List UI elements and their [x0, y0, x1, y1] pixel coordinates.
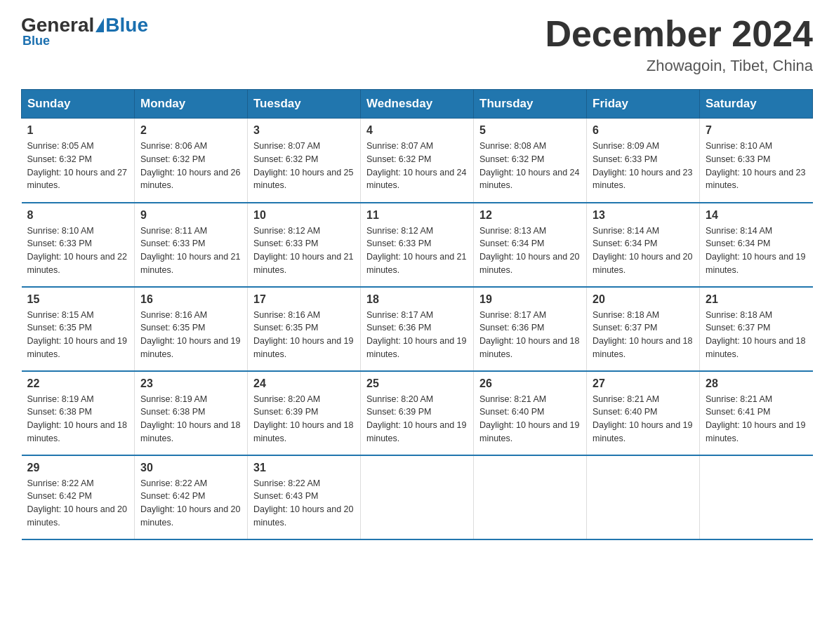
- table-row: 30 Sunrise: 8:22 AM Sunset: 6:42 PM Dayl…: [135, 455, 248, 539]
- day-number: 23: [140, 377, 241, 390]
- day-info: Sunrise: 8:11 AM Sunset: 6:33 PM Dayligh…: [140, 224, 241, 277]
- daylight-label: Daylight: 10 hours and 18 minutes.: [706, 336, 805, 359]
- day-info: Sunrise: 8:22 AM Sunset: 6:42 PM Dayligh…: [140, 477, 241, 530]
- table-row: 5 Sunrise: 8:08 AM Sunset: 6:32 PM Dayli…: [474, 119, 587, 203]
- day-info: Sunrise: 8:08 AM Sunset: 6:32 PM Dayligh…: [479, 140, 581, 192]
- table-row: 18 Sunrise: 8:17 AM Sunset: 6:36 PM Dayl…: [361, 287, 474, 371]
- sunrise-label: Sunrise: 8:05 AM: [27, 141, 94, 151]
- col-friday: Friday: [587, 90, 700, 119]
- table-row: 11 Sunrise: 8:12 AM Sunset: 6:33 PM Dayl…: [361, 203, 474, 287]
- table-row: 27 Sunrise: 8:21 AM Sunset: 6:40 PM Dayl…: [587, 371, 700, 455]
- day-number: 5: [479, 124, 581, 137]
- col-thursday: Thursday: [474, 90, 587, 119]
- day-number: 15: [27, 293, 129, 306]
- calendar-week-row: 15 Sunrise: 8:15 AM Sunset: 6:35 PM Dayl…: [22, 287, 813, 371]
- day-number: 9: [140, 209, 241, 222]
- sunset-label: Sunset: 6:37 PM: [706, 323, 770, 333]
- day-number: 26: [479, 377, 581, 390]
- day-number: 1: [27, 124, 129, 137]
- table-row: 13 Sunrise: 8:14 AM Sunset: 6:34 PM Dayl…: [587, 203, 700, 287]
- day-info: Sunrise: 8:20 AM Sunset: 6:39 PM Dayligh…: [253, 393, 355, 445]
- day-info: Sunrise: 8:09 AM Sunset: 6:33 PM Dayligh…: [593, 140, 694, 192]
- day-number: 11: [366, 209, 468, 222]
- day-info: Sunrise: 8:14 AM Sunset: 6:34 PM Dayligh…: [706, 224, 807, 277]
- day-info: Sunrise: 8:16 AM Sunset: 6:35 PM Dayligh…: [140, 309, 241, 361]
- table-row: 7 Sunrise: 8:10 AM Sunset: 6:33 PM Dayli…: [700, 119, 813, 203]
- day-number: 20: [593, 293, 694, 306]
- table-row: 2 Sunrise: 8:06 AM Sunset: 6:32 PM Dayli…: [135, 119, 248, 203]
- sunrise-label: Sunrise: 8:07 AM: [366, 141, 433, 151]
- sunset-label: Sunset: 6:32 PM: [253, 154, 318, 164]
- day-number: 21: [706, 293, 807, 306]
- sunset-label: Sunset: 6:33 PM: [27, 239, 92, 248]
- daylight-label: Daylight: 10 hours and 19 minutes.: [706, 420, 805, 443]
- col-saturday: Saturday: [700, 90, 813, 119]
- daylight-label: Daylight: 10 hours and 23 minutes.: [706, 168, 805, 191]
- day-number: 6: [593, 124, 694, 137]
- day-info: Sunrise: 8:14 AM Sunset: 6:34 PM Dayligh…: [593, 224, 694, 277]
- sunrise-label: Sunrise: 8:11 AM: [140, 226, 207, 236]
- day-number: 14: [706, 209, 807, 222]
- table-row: 17 Sunrise: 8:16 AM Sunset: 6:35 PM Dayl…: [248, 287, 361, 371]
- day-number: 25: [366, 377, 468, 390]
- day-number: 12: [479, 209, 581, 222]
- day-info: Sunrise: 8:17 AM Sunset: 6:36 PM Dayligh…: [366, 309, 468, 361]
- logo-triangle-icon: [95, 18, 104, 32]
- day-info: Sunrise: 8:21 AM Sunset: 6:41 PM Dayligh…: [706, 393, 807, 445]
- table-row: 22 Sunrise: 8:19 AM Sunset: 6:38 PM Dayl…: [22, 371, 135, 455]
- sunset-label: Sunset: 6:39 PM: [253, 407, 318, 417]
- table-row: 29 Sunrise: 8:22 AM Sunset: 6:42 PM Dayl…: [22, 455, 135, 539]
- day-info: Sunrise: 8:16 AM Sunset: 6:35 PM Dayligh…: [253, 309, 355, 361]
- sunset-label: Sunset: 6:42 PM: [140, 491, 205, 501]
- table-row: 3 Sunrise: 8:07 AM Sunset: 6:32 PM Dayli…: [248, 119, 361, 203]
- daylight-label: Daylight: 10 hours and 19 minutes.: [140, 336, 240, 359]
- day-info: Sunrise: 8:05 AM Sunset: 6:32 PM Dayligh…: [27, 140, 129, 192]
- table-row: 21 Sunrise: 8:18 AM Sunset: 6:37 PM Dayl…: [700, 287, 813, 371]
- table-row: 28 Sunrise: 8:21 AM Sunset: 6:41 PM Dayl…: [700, 371, 813, 455]
- sunrise-label: Sunrise: 8:13 AM: [479, 226, 546, 236]
- table-row: 9 Sunrise: 8:11 AM Sunset: 6:33 PM Dayli…: [135, 203, 248, 287]
- col-wednesday: Wednesday: [361, 90, 474, 119]
- daylight-label: Daylight: 10 hours and 20 minutes.: [253, 504, 353, 528]
- table-row: [361, 455, 474, 539]
- sunset-label: Sunset: 6:32 PM: [27, 154, 92, 164]
- sunrise-label: Sunrise: 8:17 AM: [366, 310, 433, 320]
- calendar-week-row: 22 Sunrise: 8:19 AM Sunset: 6:38 PM Dayl…: [22, 371, 813, 455]
- sunset-label: Sunset: 6:32 PM: [366, 154, 431, 164]
- month-title: December 2024: [545, 14, 813, 54]
- daylight-label: Daylight: 10 hours and 20 minutes.: [27, 504, 127, 528]
- header-row: Sunday Monday Tuesday Wednesday Thursday…: [22, 90, 813, 119]
- daylight-label: Daylight: 10 hours and 22 minutes.: [27, 252, 127, 275]
- day-number: 8: [27, 209, 129, 222]
- daylight-label: Daylight: 10 hours and 21 minutes.: [253, 252, 353, 275]
- daylight-label: Daylight: 10 hours and 18 minutes.: [27, 420, 127, 443]
- daylight-label: Daylight: 10 hours and 19 minutes.: [366, 420, 466, 443]
- sunrise-label: Sunrise: 8:18 AM: [593, 310, 659, 320]
- sunrise-label: Sunrise: 8:21 AM: [706, 394, 772, 404]
- sunset-label: Sunset: 6:34 PM: [593, 239, 657, 248]
- location-subtitle: Zhowagoin, Tibet, China: [545, 57, 813, 75]
- sunset-label: Sunset: 6:35 PM: [140, 323, 205, 333]
- day-number: 4: [366, 124, 468, 137]
- day-number: 3: [253, 124, 355, 137]
- sunrise-label: Sunrise: 8:18 AM: [706, 310, 772, 320]
- daylight-label: Daylight: 10 hours and 20 minutes.: [593, 252, 692, 275]
- table-row: 25 Sunrise: 8:20 AM Sunset: 6:39 PM Dayl…: [361, 371, 474, 455]
- day-number: 27: [593, 377, 694, 390]
- calendar-week-row: 8 Sunrise: 8:10 AM Sunset: 6:33 PM Dayli…: [22, 203, 813, 287]
- day-number: 29: [27, 462, 129, 474]
- day-info: Sunrise: 8:15 AM Sunset: 6:35 PM Dayligh…: [27, 309, 129, 361]
- sunset-label: Sunset: 6:33 PM: [593, 154, 657, 164]
- daylight-label: Daylight: 10 hours and 20 minutes.: [140, 504, 240, 528]
- sunset-label: Sunset: 6:41 PM: [706, 407, 770, 417]
- day-info: Sunrise: 8:21 AM Sunset: 6:40 PM Dayligh…: [479, 393, 581, 445]
- day-number: 16: [140, 293, 241, 306]
- day-info: Sunrise: 8:22 AM Sunset: 6:42 PM Dayligh…: [27, 477, 129, 530]
- col-sunday: Sunday: [22, 90, 135, 119]
- day-info: Sunrise: 8:13 AM Sunset: 6:34 PM Dayligh…: [479, 224, 581, 277]
- sunset-label: Sunset: 6:36 PM: [479, 323, 544, 333]
- table-row: 24 Sunrise: 8:20 AM Sunset: 6:39 PM Dayl…: [248, 371, 361, 455]
- header: General Blue Blue December 2024 Zhowagoi…: [21, 14, 813, 75]
- logo-subtitle: Blue: [22, 34, 50, 48]
- sunset-label: Sunset: 6:32 PM: [479, 154, 544, 164]
